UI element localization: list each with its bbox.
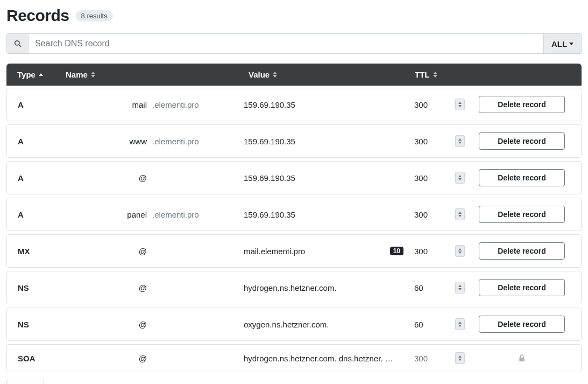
ttl-stepper-cell	[447, 245, 473, 257]
sort-icon	[433, 72, 437, 78]
ttl-stepper[interactable]	[455, 318, 465, 330]
record-value: 159.69.190.35	[244, 137, 295, 146]
ttl-stepper-cell	[447, 208, 473, 220]
record-name-cell: @	[66, 320, 152, 329]
delete-record-button[interactable]: Delete record	[479, 242, 565, 260]
record-type: A	[18, 173, 66, 183]
delete-record-button[interactable]: Delete record	[479, 316, 565, 333]
page-size-select[interactable]: 20	[6, 380, 44, 384]
chevron-down-icon	[458, 325, 462, 327]
ttl-stepper-cell	[447, 352, 473, 364]
record-value-cell: hydrogen.ns.hetzner.com.	[244, 283, 414, 292]
table-row: MX@mail.elementi.pro10300Delete record	[6, 234, 582, 268]
priority-badge: 10	[390, 247, 403, 255]
delete-record-button[interactable]: Delete record	[479, 132, 565, 150]
table-row: Awww.elementi.pro159.69.190.35300Delete …	[6, 124, 582, 158]
record-value-cell: 159.69.190.35	[244, 210, 414, 219]
ttl-stepper[interactable]	[455, 245, 465, 257]
ttl-stepper[interactable]	[455, 99, 465, 110]
ttl-stepper-cell	[447, 99, 473, 110]
chevron-down-icon	[458, 178, 462, 180]
record-name: @	[139, 247, 147, 256]
record-value: hydrogen.ns.hetzner.com. dns.hetzner. …	[244, 354, 393, 363]
results-badge: 8 results	[76, 10, 113, 22]
record-action-cell: Delete record	[473, 132, 570, 150]
table-row: NS@oxygen.ns.hetzner.com.60Delete record	[6, 308, 582, 341]
delete-record-button[interactable]: Delete record	[479, 279, 565, 296]
ttl-stepper	[455, 352, 465, 364]
column-name[interactable]: Name	[66, 70, 152, 79]
sort-icon	[91, 72, 95, 78]
search-input[interactable]	[28, 33, 544, 54]
record-value: 159.69.190.35	[244, 100, 295, 109]
record-action-cell: Delete record	[473, 242, 570, 260]
lock-icon	[518, 353, 526, 363]
table-row: NS@hydrogen.ns.hetzner.com.60Delete reco…	[6, 271, 582, 304]
type-filter-button[interactable]: ALL	[544, 33, 582, 54]
table-row: SOA@hydrogen.ns.hetzner.com. dns.hetzner…	[6, 344, 582, 372]
record-type: NS	[18, 283, 66, 292]
record-value-cell: 159.69.190.35	[244, 137, 414, 146]
delete-record-button[interactable]: Delete record	[479, 206, 565, 223]
ttl-stepper[interactable]	[455, 282, 465, 294]
record-ttl: 60	[414, 320, 447, 329]
ttl-stepper-cell	[447, 135, 473, 147]
delete-record-button[interactable]: Delete record	[479, 169, 565, 186]
record-action-cell: Delete record	[473, 316, 570, 333]
table-row: Amail.elementi.pro159.69.190.35300Delete…	[6, 88, 582, 121]
record-name-cell: @	[66, 354, 152, 363]
record-value-cell: oxygen.ns.hetzner.com.	[244, 320, 414, 329]
record-ttl: 300	[414, 137, 447, 146]
ttl-stepper-cell	[447, 282, 473, 294]
chevron-up-icon	[458, 248, 462, 250]
record-type: A	[18, 137, 66, 146]
record-action-cell: Delete record	[473, 96, 570, 113]
search-icon	[6, 33, 28, 54]
delete-record-button[interactable]: Delete record	[479, 96, 565, 113]
record-ttl: 300	[414, 354, 447, 363]
record-ttl: 300	[414, 173, 447, 183]
record-name-cell: panel	[66, 210, 152, 219]
record-name: @	[139, 320, 147, 329]
search-bar: ALL	[6, 33, 582, 54]
table-row: A@159.69.190.35300Delete record	[6, 161, 582, 194]
record-value: mail.elementi.pro	[244, 247, 305, 256]
column-value-label: Value	[249, 70, 270, 79]
chevron-up-icon	[458, 285, 462, 287]
page-size: 20	[6, 380, 582, 384]
sort-asc-icon	[39, 73, 43, 76]
page-title: Records	[6, 6, 69, 25]
chevron-down-icon	[458, 288, 462, 290]
chevron-down-icon	[569, 43, 573, 45]
ttl-stepper[interactable]	[455, 135, 465, 147]
record-name: @	[139, 283, 147, 292]
record-value-cell: mail.elementi.pro10	[244, 247, 414, 256]
record-value-cell: 159.69.190.35	[244, 173, 414, 183]
record-value: hydrogen.ns.hetzner.com.	[244, 283, 337, 292]
chevron-up-icon	[458, 322, 462, 324]
column-type[interactable]: Type	[17, 70, 66, 79]
record-value: oxygen.ns.hetzner.com.	[244, 320, 329, 329]
column-ttl-label: TTL	[415, 70, 430, 79]
chevron-down-icon	[458, 142, 462, 144]
column-ttl[interactable]: TTL	[415, 70, 474, 79]
chevron-up-icon	[458, 175, 462, 177]
record-name: @	[139, 354, 147, 363]
record-name-cell: @	[66, 247, 152, 256]
table-row: Apanel.elementi.pro159.69.190.35300Delet…	[6, 198, 582, 231]
record-name-cell: @	[66, 283, 152, 292]
record-action-cell: Delete record	[473, 206, 570, 223]
column-value[interactable]: Value	[152, 70, 415, 79]
chevron-up-icon	[458, 138, 462, 141]
record-value: 159.69.190.35	[244, 210, 295, 219]
ttl-stepper-cell	[447, 318, 473, 330]
chevron-down-icon	[458, 215, 462, 217]
record-name: @	[139, 173, 147, 183]
record-type: A	[18, 100, 66, 109]
sort-icon	[273, 72, 277, 78]
ttl-stepper[interactable]	[455, 208, 465, 220]
record-domain-suffix: .elementi.pro	[152, 210, 244, 219]
ttl-stepper-cell	[447, 172, 473, 184]
chevron-up-icon	[458, 355, 462, 358]
ttl-stepper[interactable]	[455, 172, 465, 184]
